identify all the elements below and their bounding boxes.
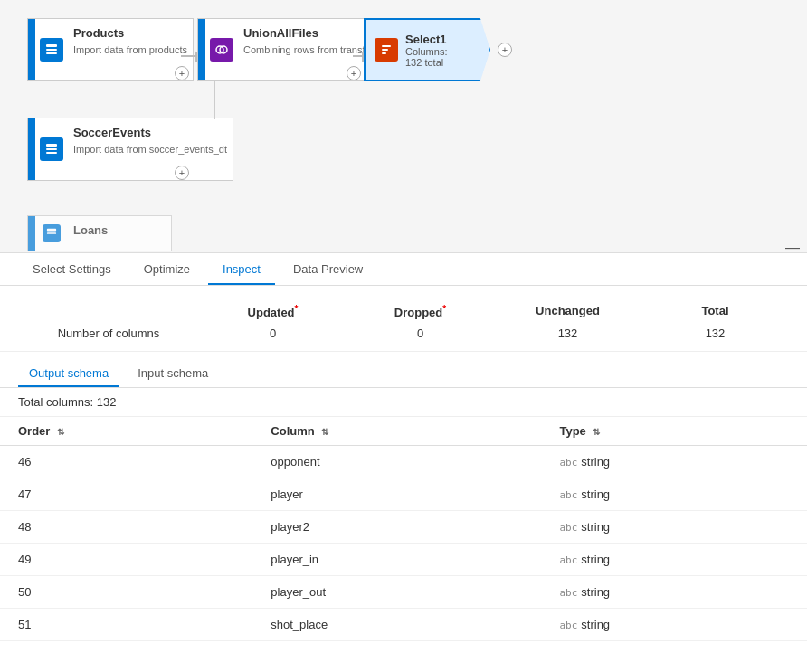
loans-node[interactable]: Loans	[27, 215, 172, 251]
type-badge: abc	[559, 457, 577, 469]
type-badge: abc	[559, 554, 577, 566]
type-badge: abc	[559, 620, 577, 631]
node-icon-products	[35, 19, 68, 80]
tab-select-settings[interactable]: Select Settings	[18, 255, 126, 285]
cell-order: 48	[0, 511, 252, 544]
cell-column: player_in	[252, 544, 541, 576]
stats-section: Updated Dropped Unchanged Total Number o…	[0, 286, 807, 352]
node-icon-loans	[35, 216, 68, 251]
th-column[interactable]: Column ⇅	[252, 417, 541, 446]
node-accent-loans	[28, 216, 35, 251]
table-icon-loans	[43, 224, 61, 242]
soccer-add-button[interactable]: +	[175, 166, 189, 180]
table-row: 49player_inabcstring	[0, 544, 807, 576]
products-add-button[interactable]: +	[175, 66, 189, 80]
cell-column: opponent	[252, 446, 541, 478]
stats-updated-value: 0	[199, 323, 347, 344]
table-row: 48player2abcstring	[0, 511, 807, 544]
schema-tab-input[interactable]: Input schema	[127, 361, 219, 387]
cell-type: abcstring	[541, 609, 807, 641]
type-value: string	[581, 520, 610, 534]
svg-rect-7	[382, 52, 386, 54]
stats-header-total: Total	[641, 300, 789, 323]
cell-order: 51	[0, 609, 252, 641]
schema-table: Order ⇅ Column ⇅ Type ⇅ 46opponentabcstr…	[0, 417, 807, 641]
cell-column: shot_place	[252, 609, 541, 641]
select1-sub-value: 132 total	[405, 57, 443, 68]
cell-order: 46	[0, 446, 252, 478]
stats-total-value: 132	[641, 323, 789, 344]
table-row: 46opponentabcstring	[0, 446, 807, 478]
svg-rect-12	[47, 232, 56, 234]
stats-dropped-value: 0	[347, 323, 494, 344]
node-icon-union	[205, 19, 238, 80]
cell-type: abcstring	[541, 576, 807, 609]
svg-rect-2	[46, 52, 57, 54]
stats-header-updated: Updated	[199, 300, 347, 323]
select1-title: Select1	[405, 33, 447, 46]
soccer-desc: Import data from soccer_events_dt	[73, 143, 227, 156]
canvas-area: Products Import data from products + ▶ U…	[0, 0, 807, 253]
type-value: string	[581, 585, 610, 599]
node-icon-soccer	[35, 118, 68, 180]
type-value: string	[581, 487, 610, 501]
table-row: 47playerabcstring	[0, 478, 807, 511]
table-header-row: Order ⇅ Column ⇅ Type ⇅	[0, 417, 807, 446]
stats-header-empty	[18, 300, 199, 323]
table-icon-soccer	[40, 137, 63, 161]
node-content-soccer: SoccerEvents Import data from soccer_eve…	[68, 118, 233, 180]
products-desc: Import data from products	[73, 43, 187, 56]
type-label: Type	[559, 424, 585, 438]
cell-column: player	[252, 478, 541, 511]
node-accent	[28, 19, 35, 80]
cell-column: player_out	[252, 576, 541, 609]
select1-sub: Columns: 132 total	[405, 46, 447, 68]
total-columns: Total columns: 132	[0, 388, 807, 417]
svg-rect-9	[46, 148, 57, 150]
cell-type: abcstring	[541, 478, 807, 511]
union-add-button[interactable]: +	[347, 66, 361, 80]
th-order[interactable]: Order ⇅	[0, 417, 252, 446]
tab-data-preview[interactable]: Data Preview	[279, 255, 377, 285]
table-row: 50player_outabcstring	[0, 576, 807, 609]
cell-type: abcstring	[541, 446, 807, 478]
cell-order: 47	[0, 478, 252, 511]
type-sort-icon: ⇅	[593, 427, 600, 437]
loans-title: Loans	[73, 223, 166, 237]
th-type[interactable]: Type ⇅	[541, 417, 807, 446]
stats-grid: Updated Dropped Unchanged Total Number o…	[18, 300, 789, 344]
soccer-events-node[interactable]: SoccerEvents Import data from soccer_eve…	[27, 118, 233, 181]
stats-header-dropped: Dropped	[347, 300, 494, 323]
cell-order: 49	[0, 544, 252, 576]
select1-node[interactable]: Select1 Columns: 132 total +	[364, 18, 505, 81]
type-value: string	[581, 618, 610, 631]
table-icon	[40, 38, 63, 62]
type-badge: abc	[559, 587, 577, 599]
products-title: Products	[73, 26, 187, 40]
select1-sub-label: Columns:	[405, 46, 447, 57]
stats-header-unchanged: Unchanged	[494, 300, 641, 323]
node-content-loans: Loans	[68, 216, 171, 251]
node-accent-union	[198, 19, 205, 80]
select-shape: Select1 Columns: 132 total	[364, 18, 490, 81]
products-node[interactable]: Products Import data from products	[27, 18, 194, 81]
svg-rect-6	[382, 49, 388, 51]
order-sort-icon: ⇅	[57, 427, 64, 437]
cell-type: abcstring	[541, 511, 807, 544]
select1-add-button[interactable]: +	[498, 43, 512, 57]
tab-optimize[interactable]: Optimize	[129, 255, 204, 285]
minimize-button[interactable]: —	[785, 240, 800, 253]
schema-tab-output[interactable]: Output schema	[18, 361, 119, 387]
stats-unchanged-value: 132	[494, 323, 641, 344]
schema-table-container[interactable]: Order ⇅ Column ⇅ Type ⇅ 46opponentabcstr…	[0, 417, 807, 641]
cell-type: abcstring	[541, 544, 807, 576]
order-label: Order	[18, 424, 50, 438]
union-icon	[210, 38, 233, 62]
type-badge: abc	[559, 489, 577, 501]
type-value: string	[581, 553, 610, 566]
svg-rect-0	[46, 44, 57, 47]
stats-row-label: Number of columns	[18, 323, 199, 344]
main-tabs: Select Settings Optimize Inspect Data Pr…	[0, 253, 807, 286]
v-connector	[214, 81, 215, 119]
tab-inspect[interactable]: Inspect	[208, 255, 275, 285]
